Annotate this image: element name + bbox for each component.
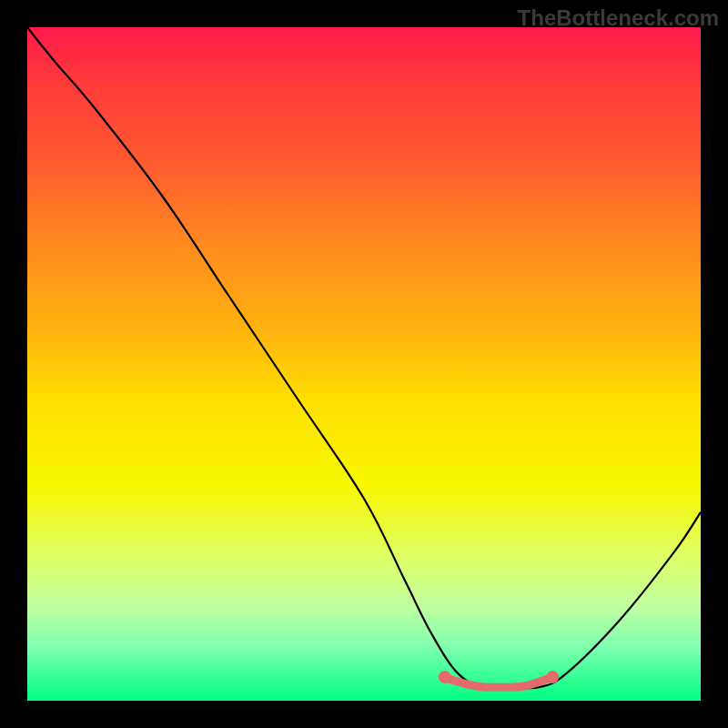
plot-area xyxy=(27,27,701,701)
curve-svg xyxy=(27,27,701,701)
highlight-endpoint-left xyxy=(439,671,451,683)
bottleneck-curve xyxy=(27,27,701,688)
chart-container: TheBottleneck.com xyxy=(0,0,728,728)
watermark-text: TheBottleneck.com xyxy=(518,5,719,31)
highlight-flat-region xyxy=(445,677,552,687)
highlight-endpoint-right xyxy=(546,671,559,683)
